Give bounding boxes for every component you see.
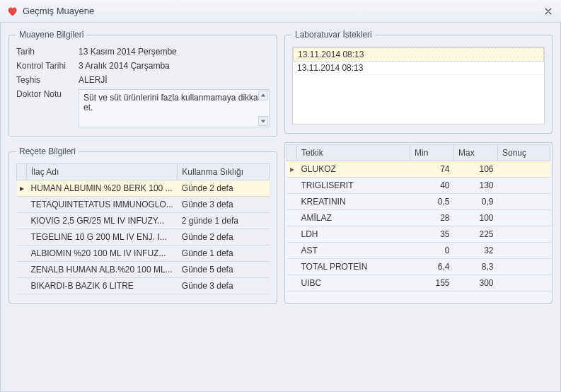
results-cell-result bbox=[498, 275, 550, 292]
rx-row[interactable]: BIKARDI-B BAZIK 6 LITREGünde 3 defa bbox=[17, 278, 270, 294]
rx-cell-freq: Günde 5 defa bbox=[178, 262, 270, 278]
results-cell-min: 0,5 bbox=[410, 194, 454, 210]
results-cell-min: 0 bbox=[410, 243, 454, 259]
rx-row[interactable]: ALBIOMIN %20 100 ML IV INFUZ...Günde 1 d… bbox=[17, 246, 270, 262]
results-row[interactable]: KREATININ0,50,9 bbox=[287, 194, 550, 210]
results-cell-test: TRIGLISERIT bbox=[297, 178, 410, 194]
lab-request-item[interactable]: 13.11.2014 08:13 bbox=[293, 62, 544, 75]
note-scroll-down[interactable] bbox=[258, 116, 268, 126]
rx-cell-drug: ALBIOMIN %20 100 ML IV INFUZ... bbox=[27, 246, 178, 262]
heart-icon bbox=[6, 5, 18, 18]
results-panel: Tetkik Min Max Sonuç ▸GLUKOZ74106TRIGLIS… bbox=[284, 142, 553, 304]
results-cell-min: 35 bbox=[410, 226, 454, 243]
results-cell-min: 28 bbox=[410, 210, 454, 226]
results-cell-result bbox=[498, 178, 550, 194]
results-cell-min: 40 bbox=[410, 178, 454, 194]
value-diagnosis: ALERJİ bbox=[79, 75, 270, 85]
rx-row[interactable]: ▸HUMAN ALBUMIN %20 BERK 100 ...Günde 2 d… bbox=[17, 180, 270, 197]
rx-cell-drug: TEGELINE 10 G 200 ML IV ENJ. I... bbox=[27, 229, 178, 246]
results-cell-result bbox=[498, 226, 550, 243]
rx-legend: Reçete Bilgileri bbox=[16, 146, 79, 156]
results-cell-test: UIBC bbox=[297, 275, 410, 292]
rx-col-drug[interactable]: İlaç Adı bbox=[27, 164, 178, 180]
right-column: Laboratuvar İstekleri 13.11.2014 08:1313… bbox=[284, 30, 553, 304]
results-cell-min: 155 bbox=[410, 275, 454, 292]
lab-requests-group: Laboratuvar İstekleri 13.11.2014 08:1313… bbox=[284, 30, 553, 134]
doctor-note-textarea[interactable]: Süt ve süt ürünlerini fazla kullanmamaya… bbox=[79, 89, 270, 127]
results-col-result[interactable]: Sonuç bbox=[498, 145, 550, 161]
results-cell-max: 300 bbox=[454, 275, 498, 292]
results-row[interactable]: ▸GLUKOZ74106 bbox=[287, 161, 550, 178]
results-row[interactable]: TOTAL PROTEİN6,48,3 bbox=[287, 259, 550, 275]
results-table: Tetkik Min Max Sonuç ▸GLUKOZ74106TRIGLIS… bbox=[287, 144, 550, 292]
results-col-test[interactable]: Tetkik bbox=[297, 145, 410, 161]
results-row[interactable]: UIBC155300 bbox=[287, 275, 550, 292]
rx-group: Reçete Bilgileri İlaç Adı Kullanma Sıklı… bbox=[8, 146, 277, 304]
exam-info-grid: Tarih 13 Kasım 2014 Perşembe Kontrol Tar… bbox=[16, 47, 270, 127]
lab-requests-list[interactable]: 13.11.2014 08:1313.11.2014 08:13 bbox=[292, 47, 545, 125]
close-button[interactable] bbox=[541, 4, 555, 18]
rx-row[interactable]: TETAQUINTETATUS IMMUNOGLO...Günde 3 defa bbox=[17, 197, 270, 213]
results-row[interactable]: AMİLAZ28100 bbox=[287, 210, 550, 226]
results-cell-test: AST bbox=[297, 243, 410, 259]
note-scroll-up[interactable] bbox=[258, 91, 268, 100]
left-column: Muayene Bilgileri Tarih 13 Kasım 2014 Pe… bbox=[8, 30, 277, 304]
results-cell-max: 225 bbox=[454, 226, 498, 243]
rx-cell-drug: ZENALB HUMAN ALB.%20 100 ML... bbox=[27, 262, 178, 278]
window-title: Geçmiş Muayene bbox=[23, 6, 541, 16]
results-row[interactable]: TRIGLISERIT40130 bbox=[287, 178, 550, 194]
rx-cell-drug: KIOVIG 2,5 GR/25 ML IV INFUZY... bbox=[27, 213, 178, 229]
label-date: Tarih bbox=[16, 47, 73, 57]
lab-requests-legend: Laboratuvar İstekleri bbox=[292, 30, 375, 40]
results-cell-test: KREATININ bbox=[297, 194, 410, 210]
label-control-date: Kontrol Tarihi bbox=[16, 61, 73, 71]
results-cell-result bbox=[498, 210, 550, 226]
lab-request-item[interactable]: 13.11.2014 08:13 bbox=[293, 47, 544, 62]
results-row[interactable]: AST032 bbox=[287, 243, 550, 259]
results-cell-max: 32 bbox=[454, 243, 498, 259]
results-cell-result bbox=[498, 259, 550, 275]
results-cell-test: LDH bbox=[297, 226, 410, 243]
results-cell-result bbox=[498, 161, 550, 178]
rx-cell-drug: BIKARDI-B BAZIK 6 LITRE bbox=[27, 278, 178, 294]
results-cell-max: 130 bbox=[454, 178, 498, 194]
rx-cell-drug: TETAQUINTETATUS IMMUNOGLO... bbox=[27, 197, 178, 213]
results-cell-min: 74 bbox=[410, 161, 454, 178]
rx-cell-freq: Günde 2 defa bbox=[178, 180, 270, 197]
rx-row[interactable]: ZENALB HUMAN ALB.%20 100 ML...Günde 5 de… bbox=[17, 262, 270, 278]
exam-info-legend: Muayene Bilgileri bbox=[16, 30, 86, 40]
results-cell-test: TOTAL PROTEİN bbox=[297, 259, 410, 275]
content: Muayene Bilgileri Tarih 13 Kasım 2014 Pe… bbox=[0, 23, 561, 313]
exam-info-group: Muayene Bilgileri Tarih 13 Kasım 2014 Pe… bbox=[8, 30, 277, 137]
label-diagnosis: Teşhis bbox=[16, 75, 73, 85]
rx-cell-freq: Günde 2 defa bbox=[178, 229, 270, 246]
results-cell-result bbox=[498, 194, 550, 210]
results-cell-test: AMİLAZ bbox=[297, 210, 410, 226]
rx-row[interactable]: TEGELINE 10 G 200 ML IV ENJ. I...Günde 2… bbox=[17, 229, 270, 246]
results-cell-max: 0,9 bbox=[454, 194, 498, 210]
rx-table: İlaç Adı Kullanma Sıklığı ▸HUMAN ALBUMIN… bbox=[16, 163, 270, 294]
results-cell-max: 100 bbox=[454, 210, 498, 226]
rx-cell-drug: HUMAN ALBUMIN %20 BERK 100 ... bbox=[27, 180, 178, 197]
rx-cell-freq: 2 günde 1 defa bbox=[178, 213, 270, 229]
results-col-min[interactable]: Min bbox=[410, 145, 454, 161]
value-control-date: 3 Aralık 2014 Çarşamba bbox=[79, 61, 270, 71]
rx-col-frequency[interactable]: Kullanma Sıklığı bbox=[178, 164, 270, 180]
results-row[interactable]: LDH35225 bbox=[287, 226, 550, 243]
value-date: 13 Kasım 2014 Perşembe bbox=[79, 47, 270, 57]
titlebar: Geçmiş Muayene bbox=[0, 0, 561, 23]
results-cell-result bbox=[498, 243, 550, 259]
label-doctor-note: Doktor Notu bbox=[16, 89, 73, 99]
rx-row[interactable]: KIOVIG 2,5 GR/25 ML IV INFUZY...2 günde … bbox=[17, 213, 270, 229]
results-cell-test: GLUKOZ bbox=[297, 161, 410, 178]
window: Geçmiş Muayene Muayene Bilgileri Tarih 1… bbox=[0, 0, 561, 392]
results-cell-max: 8,3 bbox=[454, 259, 498, 275]
rx-cell-freq: Günde 1 defa bbox=[178, 246, 270, 262]
results-col-max[interactable]: Max bbox=[454, 145, 498, 161]
results-cell-min: 6,4 bbox=[410, 259, 454, 275]
results-cell-max: 106 bbox=[454, 161, 498, 178]
rx-cell-freq: Günde 3 defa bbox=[178, 197, 270, 213]
rx-cell-freq: Günde 3 defa bbox=[178, 278, 270, 294]
